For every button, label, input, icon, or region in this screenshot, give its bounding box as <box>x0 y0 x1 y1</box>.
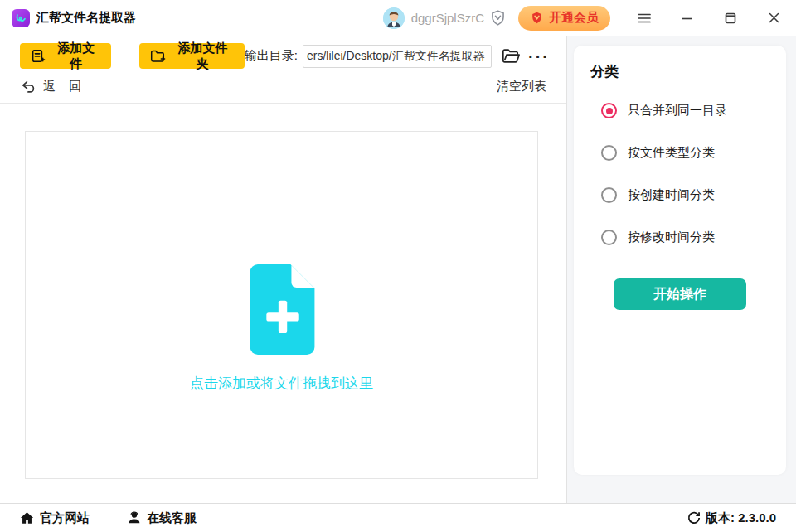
refresh-icon[interactable] <box>687 511 701 525</box>
more-options-button[interactable]: ··· <box>528 48 550 65</box>
version-label: 版本: <box>706 510 735 525</box>
customer-service-icon <box>128 511 141 525</box>
divider <box>0 103 566 104</box>
radio-by-modified-time[interactable]: 按修改时间分类 <box>601 230 769 245</box>
radio-circle-icon <box>601 187 617 203</box>
close-button[interactable] <box>766 11 781 26</box>
maximize-button[interactable] <box>723 11 738 26</box>
browse-folder-icon[interactable] <box>502 48 520 64</box>
online-support-link[interactable]: 在线客服 <box>128 510 197 526</box>
title-bar: 汇帮文件名提取器 dggrSjplSzrC 开通会员 <box>0 0 796 36</box>
radio-by-created-time[interactable]: 按创建时间分类 <box>601 187 769 203</box>
minimize-button[interactable] <box>680 11 695 26</box>
home-icon <box>20 511 34 525</box>
start-operation-button[interactable]: 开始操作 <box>614 278 746 310</box>
back-button[interactable]: 返 回 <box>20 79 86 94</box>
classification-card: 分类 只合并到同一目录 按文件类型分类 按创建时间分类 按修改时间分类 <box>574 46 786 475</box>
classification-sidebar: 分类 只合并到同一目录 按文件类型分类 按创建时间分类 按修改时间分类 <box>566 36 796 503</box>
version-info: 版本: 2.3.0.0 <box>687 510 776 526</box>
vip-shield-icon <box>530 11 544 25</box>
toolbar: 添加文件 添加文件夹 输出目录: ··· <box>0 36 566 72</box>
file-list-panel: 添加文件 添加文件夹 输出目录: ··· 返 <box>0 36 567 503</box>
add-folder-button[interactable]: 添加文件夹 <box>139 43 244 69</box>
folder-plus-icon <box>150 49 166 64</box>
file-drop-zone[interactable]: 点击添加或将文件拖拽到这里 <box>25 131 538 479</box>
radio-circle-icon <box>601 230 617 245</box>
back-arrow-icon <box>20 80 36 94</box>
radio-merge-same-directory[interactable]: 只合并到同一目录 <box>601 103 769 118</box>
username-label: dggrSjplSzrC <box>411 11 484 25</box>
window-title: 汇帮文件名提取器 <box>36 10 136 26</box>
back-label: 返 回 <box>43 79 86 94</box>
add-file-drop-icon <box>244 263 320 355</box>
output-dir-input[interactable] <box>303 45 492 68</box>
add-file-button[interactable]: 添加文件 <box>20 43 111 69</box>
add-file-label: 添加文件 <box>51 41 101 72</box>
clear-list-button[interactable]: 清空列表 <box>497 79 546 94</box>
official-website-link[interactable]: 官方网站 <box>20 510 90 526</box>
classification-heading: 分类 <box>590 62 769 81</box>
member-badge-icon[interactable] <box>489 9 507 27</box>
drop-zone-hint: 点击添加或将文件拖拽到这里 <box>190 374 373 393</box>
vip-button-label: 开通会员 <box>549 10 599 26</box>
user-avatar[interactable] <box>383 7 405 29</box>
file-plus-icon <box>31 49 46 64</box>
radio-circle-icon <box>601 103 617 118</box>
list-actions-bar: 返 回 清空列表 <box>0 72 566 103</box>
add-folder-label: 添加文件夹 <box>172 41 234 72</box>
version-value: 2.3.0.0 <box>738 510 776 525</box>
radio-circle-icon <box>601 145 617 161</box>
radio-by-file-type[interactable]: 按文件类型分类 <box>601 145 769 161</box>
app-window: 汇帮文件名提取器 dggrSjplSzrC 开通会员 <box>0 0 796 532</box>
app-logo-icon <box>12 9 30 27</box>
upgrade-vip-button[interactable]: 开通会员 <box>518 6 610 31</box>
output-dir-label: 输出目录: <box>245 48 298 64</box>
menu-icon[interactable] <box>637 11 652 26</box>
status-bar: 官方网站 在线客服 版本: 2.3.0.0 <box>0 503 796 532</box>
